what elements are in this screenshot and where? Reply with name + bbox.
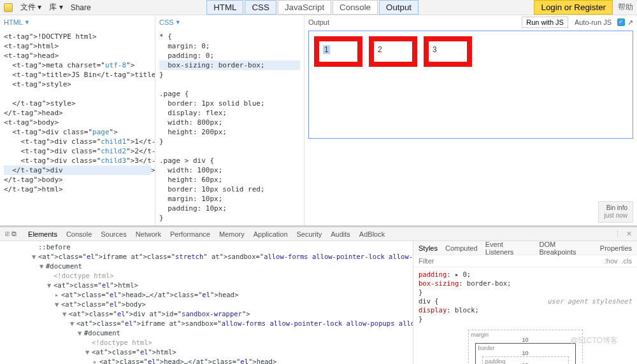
devtools-tab-audits[interactable]: Audits — [331, 230, 350, 238]
devtools-tab-adblock[interactable]: AdBlock — [359, 230, 385, 238]
auto-run-label: Auto-run JS — [571, 17, 615, 27]
devtools-more-icon[interactable]: ⋮ — [614, 230, 621, 238]
styles-tab-properties[interactable]: Properties — [600, 244, 632, 252]
css-panel-header[interactable]: CSS▼ — [155, 15, 304, 29]
inspect-icon[interactable]: ⎚ ⧉ — [5, 230, 17, 238]
styles-tab-styles[interactable]: Styles — [419, 244, 438, 252]
watermark: @51CTO博客 — [570, 335, 618, 346]
devtools-tab-performance[interactable]: Performance — [170, 230, 210, 238]
css-editor[interactable]: * { margin: 0; padding: 0; box-sizing: b… — [155, 29, 304, 225]
auto-run-checkbox[interactable] — [617, 18, 625, 26]
file-menu[interactable]: 文件 ▾ — [20, 2, 41, 13]
styles-tab-dom-breakpoints[interactable]: DOM Breakpoints — [540, 241, 592, 256]
top-toolbar: 文件 ▾ 库 ▾ Share HTMLCSSJavaScriptConsoleO… — [0, 0, 637, 15]
hov-toggle[interactable]: :hov — [605, 257, 618, 265]
elements-tree[interactable]: ::before▼<at">class="el">iframe at">clas… — [0, 241, 413, 364]
styles-rules[interactable]: padding: ▸ 0; box-sizing: border-box;}di… — [413, 267, 637, 326]
box-model: margin10 border10 padding10 60 × 20 10 1… — [468, 330, 583, 364]
styles-tab-event-listeners[interactable]: Event Listeners — [485, 241, 532, 256]
help-link[interactable]: 帮助 — [618, 2, 633, 13]
html-panel-header[interactable]: HTML▼ — [0, 15, 155, 29]
devtools-tab-application[interactable]: Application — [254, 230, 288, 238]
cls-toggle[interactable]: .cls — [622, 257, 633, 265]
panel-btn-html[interactable]: HTML — [206, 0, 243, 15]
output-panel-header: Output — [308, 18, 329, 26]
output-box-2: 2 — [369, 36, 417, 67]
styles-filter-input[interactable] — [419, 257, 601, 265]
devtools-tab-network[interactable]: Network — [136, 230, 161, 238]
output-box-3: 3 — [424, 36, 472, 67]
devtools-tab-console[interactable]: Console — [66, 230, 92, 238]
devtools-tab-security[interactable]: Security — [297, 230, 322, 238]
html-editor[interactable]: <t-tag">!DOCTYPE html> <t-tag">html> <t-… — [0, 29, 155, 225]
devtools-tabs: ⎚ ⧉ ElementsConsoleSourcesNetworkPerform… — [0, 227, 637, 241]
output-box-1: 1 — [314, 36, 362, 67]
styles-tab-computed[interactable]: Computed — [445, 244, 478, 252]
panel-btn-output[interactable]: Output — [379, 0, 419, 15]
jsbin-logo-icon — [4, 3, 13, 12]
devtools-tab-elements[interactable]: Elements — [28, 230, 57, 238]
run-with-js-button[interactable]: Run with JS — [522, 17, 568, 28]
devtools-close-icon[interactable]: ✕ — [626, 230, 632, 238]
library-menu[interactable]: 库 ▾ — [49, 2, 62, 13]
panel-btn-console[interactable]: Console — [333, 0, 378, 15]
popout-icon[interactable]: ↗ — [627, 18, 633, 27]
login-button[interactable]: Login or Register — [534, 0, 613, 15]
share-menu[interactable]: Share — [71, 3, 91, 12]
panel-btn-css[interactable]: CSS — [245, 0, 276, 15]
devtools-tab-sources[interactable]: Sources — [101, 230, 126, 238]
panel-btn-javascript[interactable]: JavaScript — [278, 0, 331, 15]
bin-info-badge[interactable]: Bin infojust now — [598, 201, 633, 223]
devtools-tab-memory[interactable]: Memory — [219, 230, 245, 238]
output-frame: 123 — [308, 31, 633, 139]
